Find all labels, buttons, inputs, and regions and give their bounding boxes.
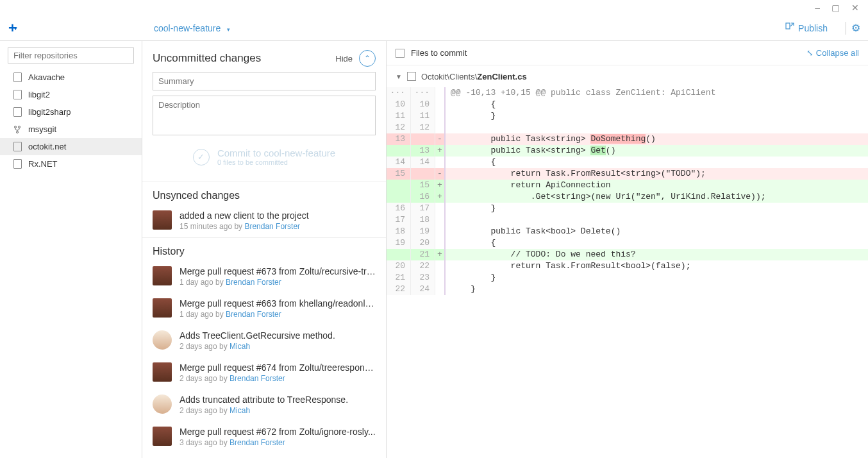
repo-icon <box>13 90 22 99</box>
collapse-all-link[interactable]: ⤡ Collapse all <box>806 48 859 58</box>
commit-row[interactable]: Adds TreeClient.GetRecursive method.2 da… <box>142 325 386 357</box>
svg-point-3 <box>17 131 19 133</box>
repo-icon <box>13 160 22 169</box>
avatar <box>153 427 172 446</box>
diff-line: 2022 return Task.FromResult<bool>(false)… <box>387 260 868 272</box>
diff-line: 1718 <box>387 214 868 226</box>
publish-label: Publish <box>798 23 828 33</box>
commit-meta: 3 days ago by Brendan Forster <box>179 438 376 447</box>
repo-icon <box>13 142 22 151</box>
diff-line: 2224 } <box>387 284 868 295</box>
diff-line: 1617 } <box>387 203 868 214</box>
commit-button-sublabel: 0 files to be committed <box>217 158 335 166</box>
dropdown-caret-icon: ▾ <box>14 25 17 31</box>
repo-name: Akavache <box>28 72 65 82</box>
check-icon: ✓ <box>193 149 210 165</box>
filter-repos-input[interactable] <box>8 47 134 64</box>
repo-name: octokit.net <box>28 142 66 151</box>
commit-title: added a new client to the project <box>179 210 309 221</box>
maximize-button[interactable]: ▢ <box>831 3 840 13</box>
diff-code[interactable]: ······ @@ -10,13 +10,15 @@ public class … <box>387 87 868 295</box>
branch-name: cool-new-feature <box>154 23 221 33</box>
caret-down-icon: ▼ <box>396 73 402 80</box>
repo-item-akavache[interactable]: Akavache <box>0 69 142 86</box>
changes-panel: Uncommitted changes Hide ⌃ ✓ Commit to c… <box>142 41 386 458</box>
commit-title: Merge pull request #674 from Zoltu/treer… <box>179 362 376 373</box>
commit-button-label: Commit to cool-new-feature <box>217 148 335 158</box>
diff-line: 1414 { <box>387 157 868 168</box>
minimize-button[interactable]: – <box>815 3 820 13</box>
commit-row[interactable]: Merge pull request #663 from khellang/re… <box>142 293 386 325</box>
avatar <box>153 210 172 230</box>
hide-link[interactable]: Hide <box>335 54 353 64</box>
commit-meta: 1 day ago by Brendan Forster <box>179 310 376 319</box>
files-select-all-checkbox[interactable] <box>396 49 405 58</box>
repo-name: libgit2 <box>28 90 50 99</box>
diff-line: 13- public Task<string> DoSomething() <box>387 133 868 145</box>
diff-line: 21+ // TODO: Do we need this? <box>387 249 868 260</box>
diff-panel: Files to commit ⤡ Collapse all ▼ Octokit… <box>386 41 868 458</box>
repo-item-libgit2[interactable]: libgit2 <box>0 86 142 103</box>
repo-item-rx-net[interactable]: Rx.NET <box>0 155 142 173</box>
toolbar: + ▾ cool-new-feature ▾ Publish ⚙ <box>0 15 868 41</box>
diff-line: 16+ .Get<string>(new Uri("zen", UriKind.… <box>387 191 868 203</box>
diff-line: 1212 <box>387 122 868 133</box>
svg-point-1 <box>15 126 17 128</box>
commit-title: Merge pull request #672 from Zoltu/ignor… <box>179 427 376 437</box>
diff-line: 1920 { <box>387 237 868 249</box>
repo-name: msysgit <box>28 124 56 134</box>
commit-meta: 2 days ago by Micah <box>179 342 335 351</box>
gear-icon: ⚙ <box>851 22 860 33</box>
uncommitted-heading: Uncommitted changes <box>153 52 261 65</box>
repo-item-octokit-net[interactable]: octokit.net <box>0 138 142 155</box>
files-to-commit-label: Files to commit <box>411 48 467 58</box>
diff-line: 15- return Task.FromResult<string>("TODO… <box>387 168 868 180</box>
commit-title: Merge pull request #673 from Zoltu/recur… <box>179 266 376 276</box>
commit-title: Adds TreeClient.GetRecursive method. <box>179 330 335 341</box>
diff-line: 15+ return ApiConnection <box>387 180 868 191</box>
commit-meta: 2 days ago by Micah <box>179 406 348 415</box>
commit-summary-input[interactable] <box>153 72 376 90</box>
unsynced-heading: Unsynced changes <box>142 182 386 205</box>
repo-icon <box>13 73 22 82</box>
branch-selector[interactable]: cool-new-feature ▾ <box>154 23 230 33</box>
commit-description-input[interactable] <box>153 96 376 135</box>
svg-point-2 <box>19 126 21 128</box>
commit-row[interactable]: Merge pull request #672 from Zoltu/ignor… <box>142 421 386 454</box>
window-controls: – ▢ ✕ <box>0 0 868 15</box>
commit-row[interactable]: Merge pull request #673 from Zoltu/recur… <box>142 261 386 293</box>
avatar <box>153 298 172 318</box>
diff-line: 1010 { <box>387 99 868 110</box>
commit-meta: 15 minutes ago by Brendan Forster <box>179 222 309 231</box>
commit-row[interactable]: Adds truncated attribute to TreeResponse… <box>142 389 386 421</box>
diff-line: 1111 } <box>387 110 868 122</box>
commit-meta: 1 day ago by Brendan Forster <box>179 278 376 287</box>
settings-button[interactable]: ⚙ <box>851 22 860 34</box>
svg-rect-0 <box>786 23 790 29</box>
file-header[interactable]: ▼ Octokit\Clients\ZenClient.cs <box>387 65 868 87</box>
file-path: Octokit\Clients\ZenClient.cs <box>421 72 527 81</box>
collapse-icon: ⤡ <box>806 48 814 58</box>
commit-meta: 2 days ago by Brendan Forster <box>179 374 376 383</box>
close-button[interactable]: ✕ <box>851 3 859 13</box>
chevron-up-icon: ⌃ <box>364 54 371 63</box>
repo-item-libgit2sharp[interactable]: libgit2sharp <box>0 103 142 121</box>
repo-icon <box>13 108 22 117</box>
publish-icon <box>785 22 794 33</box>
avatar <box>153 362 172 382</box>
commit-row[interactable]: added a new client to the project15 minu… <box>142 205 386 237</box>
collapse-toggle[interactable]: ⌃ <box>359 50 376 67</box>
commit-row[interactable]: Merge pull request #674 from Zoltu/treer… <box>142 357 386 389</box>
commit-button[interactable]: ✓ Commit to cool-new-feature 0 files to … <box>153 142 376 175</box>
file-checkbox[interactable] <box>407 72 416 81</box>
diff-line: 1819 public Task<bool> Delete() <box>387 226 868 237</box>
repo-item-msysgit[interactable]: msysgit <box>0 121 142 138</box>
add-button[interactable]: + ▾ <box>0 20 26 37</box>
diff-line: 13+ public Task<string> Get() <box>387 145 868 157</box>
repo-sidebar: Akavachelibgit2libgit2sharpmsysgitoctoki… <box>0 41 142 458</box>
repo-name: libgit2sharp <box>28 107 71 117</box>
commit-title: Merge pull request #663 from khellang/re… <box>179 298 376 309</box>
publish-button[interactable]: Publish <box>785 22 828 33</box>
avatar <box>153 330 172 350</box>
commit-title: Adds truncated attribute to TreeResponse… <box>179 394 348 405</box>
